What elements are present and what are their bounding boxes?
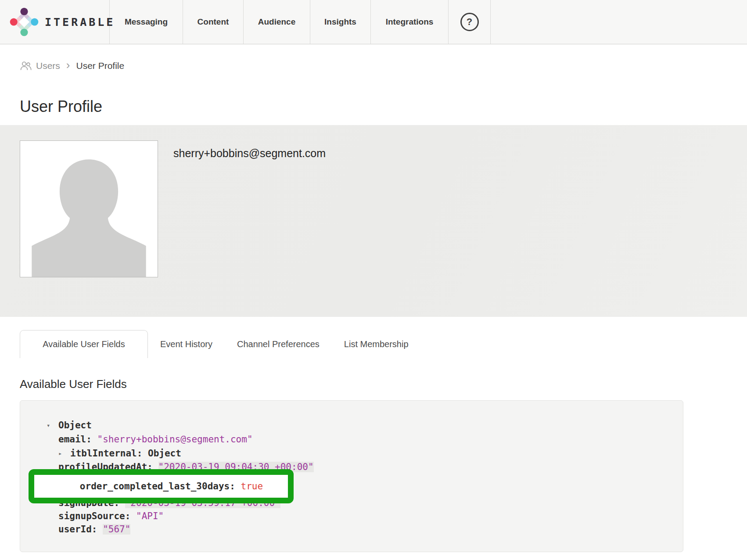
section-heading: Available User Fields (20, 377, 127, 391)
tab-available-user-fields[interactable]: Available User Fields (20, 330, 148, 358)
page-title: User Profile (20, 97, 102, 116)
iterable-logo-icon (10, 7, 39, 36)
help-menu[interactable]: ? (449, 0, 491, 44)
field-value: "567" (103, 524, 130, 535)
field-row-userid: userId: "567" (47, 522, 130, 536)
breadcrumb-users-link[interactable]: Users (20, 61, 60, 71)
field-row-itblinternal: ▸itblInternal: Object (47, 446, 181, 460)
field-key: itblInternal: (70, 448, 148, 459)
nav-item-insights[interactable]: Insights (310, 0, 371, 44)
brand-logo[interactable]: ITERABLE (0, 0, 110, 44)
field-row-email: email: "sherry+bobbins@segment.com" (47, 432, 253, 446)
field-value: Object (148, 448, 181, 459)
annotated-field-value: true (241, 481, 263, 492)
breadcrumb-users-label: Users (36, 61, 60, 71)
field-key: userId: (58, 524, 103, 535)
breadcrumb-current: User Profile (76, 61, 125, 71)
profile-hero: sherry+bobbins@segment.com (0, 125, 747, 317)
field-row-object-root: ▾Object (47, 418, 92, 432)
avatar (20, 140, 158, 277)
nav-item-messaging[interactable]: Messaging (110, 0, 183, 44)
tab-list-membership[interactable]: List Membership (332, 330, 421, 358)
field-row-signupsource: signupSource: "API" (47, 509, 164, 523)
green-highlight-annotation: order_completed_last_30days: true (29, 469, 294, 503)
nav-item-audience[interactable]: Audience (244, 0, 310, 44)
annotated-field-key: order_completed_last_30days: (80, 481, 241, 492)
tab-event-history[interactable]: Event History (148, 330, 225, 358)
expand-triangle-icon[interactable]: ▸ (58, 450, 70, 457)
avatar-silhouette-icon (20, 142, 158, 277)
help-icon[interactable]: ? (460, 13, 479, 31)
field-key: email: (58, 434, 97, 445)
object-root-label: Object (58, 420, 92, 431)
collapse-triangle-icon[interactable]: ▾ (47, 422, 58, 429)
chevron-right-icon: › (66, 59, 70, 71)
tab-channel-preferences[interactable]: Channel Preferences (225, 330, 332, 358)
profile-tabs: Available User Fields Event History Chan… (20, 330, 421, 358)
field-key: signupSource: (58, 511, 136, 521)
field-value: "sherry+bobbins@segment.com" (97, 434, 253, 445)
field-value: "API" (136, 511, 164, 521)
profile-email: sherry+bobbins@segment.com (173, 147, 326, 160)
breadcrumb: Users › User Profile (20, 58, 124, 74)
brand-wordmark: ITERABLE (45, 16, 115, 29)
top-nav: ITERABLE Messaging Content Audience Insi… (0, 0, 747, 44)
nav-item-integrations[interactable]: Integrations (371, 0, 449, 44)
user-fields-panel: ▾Object email: "sherry+bobbins@segment.c… (20, 400, 683, 552)
nav-item-content[interactable]: Content (183, 0, 244, 44)
users-icon (20, 61, 32, 71)
